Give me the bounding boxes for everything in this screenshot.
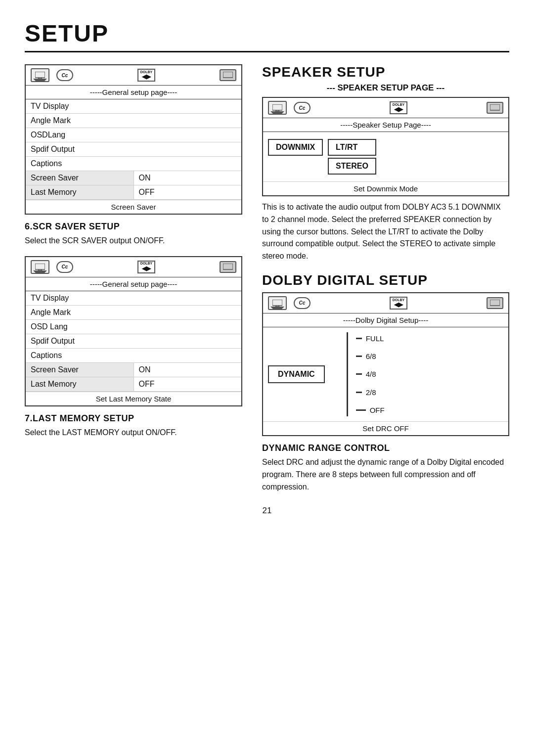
scale-row-28: 2/8 (356, 388, 385, 397)
dynamic-button[interactable]: DYNAMIC (268, 365, 325, 383)
scale-tick (356, 373, 362, 375)
scale-row-48: 4/8 (356, 370, 385, 378)
cc-icon-2: Cc (56, 261, 73, 273)
dolby-digital-title: DOLBY DIGITAL SETUP (262, 272, 509, 288)
menu-row: Spdif Output (26, 334, 241, 349)
speaker-setup-subtitle: --- SPEAKER SETUP PAGE --- (262, 83, 509, 93)
speaker-menu-header: Cc DOLBY ◀▶ (263, 98, 508, 118)
menu-cell: Captions (26, 349, 241, 362)
scale-tick (356, 338, 362, 339)
menu-row: Angle Mark (26, 114, 241, 128)
menu-cell: TV Display (26, 99, 241, 113)
dolby-scale-area: FULL 6/8 4/8 (347, 332, 385, 416)
header-icons-2: Cc (31, 260, 73, 274)
screen-icon (220, 69, 236, 81)
menu-footer-2: Set Last Memory State (26, 392, 241, 405)
scale-label-off: OFF (370, 406, 385, 414)
speaker-menu-box: Cc DOLBY ◀▶ -----Speaker Setup Page---- … (262, 97, 509, 196)
menu-subtitle-2: -----General setup page---- (26, 277, 241, 291)
right-column: SPEAKER SETUP --- SPEAKER SETUP PAGE ---… (262, 64, 509, 496)
menu-row: Last Memory OFF (26, 185, 241, 200)
downmix-button[interactable]: DOWNMIX (268, 139, 323, 156)
menu-row: Captions (26, 349, 241, 363)
speaker-header-icons: Cc (268, 101, 311, 115)
speaker-menu-subtitle: -----Speaker Setup Page---- (263, 118, 508, 132)
dolby-left: DYNAMIC (268, 332, 325, 416)
dolby-icon: DOLBY ◀▶ (137, 69, 155, 82)
menu-cell-last-memory-2: Last Memory (26, 377, 134, 391)
scale-label-28: 2/8 (366, 388, 376, 397)
svg-rect-14 (490, 104, 500, 110)
scale-line (347, 332, 348, 416)
dolby-icon-dol: DOLBY ◀▶ (390, 297, 407, 310)
menu-box-2: Cc DOLBY ◀▶ -----General setup page---- … (25, 256, 242, 406)
scr-saver-heading: 6.SCR SAVER SETUP (25, 222, 242, 232)
dolby-icon-sp: DOLBY ◀▶ (390, 101, 407, 114)
scale-tick (356, 356, 362, 357)
cc-icon-sp: Cc (294, 102, 311, 114)
page-title: SETUP (25, 20, 509, 52)
menu-cell: Spdif Output (26, 142, 241, 156)
tv-icon-2 (31, 260, 49, 274)
menu-cell: Angle Mark (26, 306, 241, 319)
stereo-button[interactable]: STEREO (328, 158, 376, 175)
scale-row-off: OFF (356, 406, 385, 414)
menu-row: OSD Lang (26, 320, 241, 334)
menu-row: TV Display (26, 99, 241, 114)
left-column: Cc DOLBY ◀▶ -----General setup page---- … (25, 64, 242, 496)
dolby-digital-section: DOLBY DIGITAL SETUP Cc DOLBY ◀▶ (262, 272, 509, 493)
menu-row: OSDLang (26, 128, 241, 142)
scale-row-full: FULL (356, 334, 385, 343)
menu-row: Angle Mark (26, 306, 241, 320)
menu-cell-last-memory-1: Last Memory (26, 185, 134, 199)
menu-cell-on: ON (134, 171, 242, 185)
menu-cell: Angle Mark (26, 114, 241, 128)
menu-row: Last Memory OFF (26, 377, 241, 392)
svg-rect-9 (223, 264, 233, 269)
menu-cell-off-2: OFF (134, 377, 242, 391)
menu-cell: Captions (26, 157, 241, 171)
last-memory-section: 7.LAST MEMORY SETUP Select the LAST MEMO… (25, 413, 242, 439)
svg-rect-10 (272, 104, 282, 110)
drc-heading: DYNAMIC RANGE CONTROL (262, 443, 509, 453)
menu-cell: OSDLang (26, 128, 241, 142)
scale-tick (356, 392, 362, 393)
scale-row-68: 6/8 (356, 352, 385, 360)
cc-icon: Cc (56, 69, 73, 81)
dolby-menu-subtitle: -----Dolby Digital Setup---- (263, 313, 508, 327)
speaker-setup-title: SPEAKER SETUP (262, 64, 509, 80)
screen-icon-dol (487, 297, 503, 309)
lt-rt-button[interactable]: LT/RT (328, 139, 376, 156)
dolby-header-icons: Cc (268, 296, 311, 310)
scr-saver-text: Select the SCR SAVER output ON/OFF. (25, 235, 242, 247)
scale-tick-bottom (356, 409, 366, 411)
menu-cell-screen-saver: Screen Saver (26, 171, 134, 185)
drc-text: Select DRC and adjust the dynamic range … (262, 456, 509, 493)
menu-box-1: Cc DOLBY ◀▶ -----General setup page---- … (25, 64, 242, 215)
header-icons-1: Cc (31, 68, 73, 82)
dolby-menu-header: Cc DOLBY ◀▶ (263, 293, 508, 313)
cc-icon-dol: Cc (294, 297, 311, 309)
last-memory-heading: 7.LAST MEMORY SETUP (25, 413, 242, 424)
menu-cell-on-2: ON (134, 363, 242, 377)
svg-rect-19 (490, 300, 500, 306)
svg-rect-4 (223, 72, 233, 78)
speaker-description: This is to activate the audio output fro… (262, 201, 509, 263)
menu-footer-1: Screen Saver (26, 200, 241, 214)
screen-icon-sp (487, 102, 503, 114)
menu-row: Screen Saver ON (26, 171, 241, 185)
menu-cell: OSD Lang (26, 320, 241, 334)
menu-row: Captions (26, 157, 241, 171)
speaker-rows: DOWNMIX LT/RT STEREO (263, 132, 508, 181)
speaker-right-options: LT/RT STEREO (328, 139, 376, 175)
tv-icon-dol (268, 296, 287, 310)
menu-cell: TV Display (26, 291, 241, 305)
tv-icon (31, 68, 49, 82)
menu-subtitle-1: -----General setup page---- (26, 86, 241, 99)
svg-rect-0 (35, 72, 45, 78)
menu-row: Spdif Output (26, 142, 241, 157)
dolby-inner: DYNAMIC FULL 6/8 (263, 327, 508, 421)
last-memory-text: Select the LAST MEMORY output ON/OFF. (25, 427, 242, 439)
menu-header-1: Cc DOLBY ◀▶ (26, 65, 241, 86)
screen-icon-2 (220, 261, 236, 273)
